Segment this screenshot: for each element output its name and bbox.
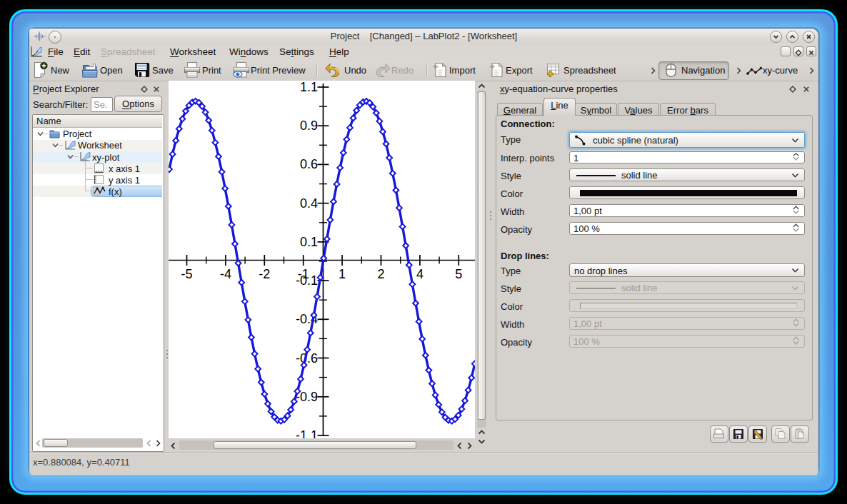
svg-text:1.1: 1.1 [300,81,318,94]
svg-text:0.9: 0.9 [300,119,318,133]
svg-text:-0.1: -0.1 [296,273,318,288]
svg-text:-4: -4 [220,267,231,281]
svg-text:4: 4 [416,267,424,281]
svg-text:-2: -2 [259,267,270,281]
svg-text:0.4: 0.4 [300,196,318,211]
svg-text:0.1: 0.1 [300,235,318,249]
svg-text:1: 1 [339,267,346,281]
svg-text:-5: -5 [181,267,192,281]
svg-text:2: 2 [377,267,384,281]
svg-text:-1.1: -1.1 [296,428,318,438]
svg-text:5: 5 [455,267,462,281]
svg-text:0.6: 0.6 [300,157,318,171]
